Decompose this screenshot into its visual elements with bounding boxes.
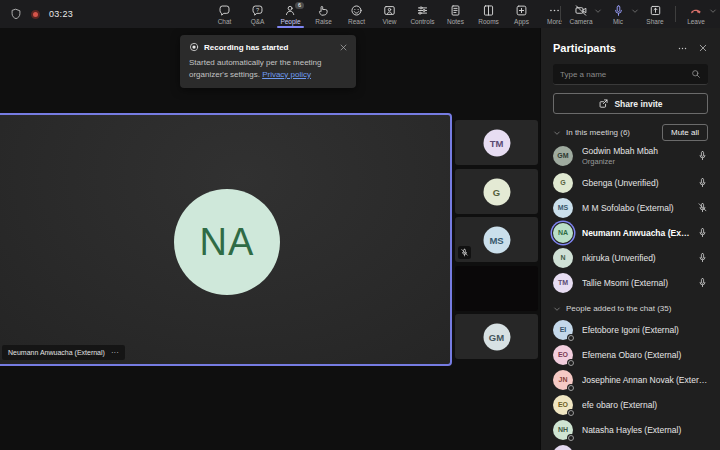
share-invite-button[interactable]: Share invite [553, 93, 708, 114]
participant-row[interactable]: MSM M Sofolabo (External) [553, 195, 708, 220]
svg-text:?: ? [256, 6, 259, 12]
participant-row[interactable]: TMTallie Msomi (External) [553, 270, 708, 295]
mic-icon[interactable] [697, 177, 708, 188]
toolbar-button-chat[interactable]: Chat [208, 0, 241, 28]
participant-name-block: Efemena Obaro (External) [582, 350, 708, 360]
tile-more-icon[interactable]: ··· [111, 350, 119, 356]
banner-title: Recording has started [204, 43, 288, 52]
video-tile-tm[interactable]: TM [455, 120, 538, 165]
participant-row[interactable]: GGbenga (Unverified) [553, 170, 708, 195]
panel-more-icon[interactable] [677, 43, 688, 54]
chevron-down-icon[interactable] [553, 305, 561, 313]
share-invite-icon [598, 98, 609, 109]
participant-avatar: EO [553, 395, 573, 415]
video-tile-g[interactable]: G [455, 169, 538, 214]
participant-avatar: NH [553, 420, 573, 440]
mic-off-icon[interactable] [697, 202, 708, 213]
notes-icon [449, 4, 462, 17]
tile-avatar: G [483, 178, 510, 205]
toolbar-tools: Chat? Q&A People6 Raise React View Contr… [208, 0, 571, 28]
meeting-toolbar: 03:23 Chat? Q&A People6 Raise React View… [0, 0, 720, 28]
toolbar-button-notes[interactable]: Notes [439, 0, 472, 28]
react-icon [350, 4, 363, 17]
toolbar-button-controls[interactable]: Controls [406, 0, 439, 28]
chevron-down-icon[interactable] [553, 129, 561, 137]
privacy-policy-link[interactable]: Privacy policy [262, 70, 311, 79]
shield-icon [10, 8, 22, 20]
leave-chevron-down-icon[interactable] [709, 7, 717, 15]
participant-name-block: Efetobore Igoni (External) [582, 325, 708, 335]
toolbar-button-view[interactable]: View [373, 0, 406, 28]
toolbar-button-mic[interactable]: Mic [603, 0, 633, 28]
video-tile-camera-on[interactable] [455, 266, 538, 311]
toolbar-button-raise[interactable]: Raise [307, 0, 340, 28]
video-tile-gm[interactable]: GM [455, 314, 538, 359]
participant-row[interactable]: TTThe Menopause Table (External) [553, 442, 708, 450]
participant-name: nkiruka (Unverified) [582, 253, 691, 263]
participant-row[interactable]: EIEfetobore Igoni (External) [553, 317, 708, 342]
toolbar-label: Notes [447, 18, 464, 25]
toolbar-button-react[interactable]: React [340, 0, 373, 28]
participant-row[interactable]: NHNatasha Hayles (External) [553, 417, 708, 442]
toolbar-button-rooms[interactable]: Rooms [472, 0, 505, 28]
participant-avatar: TT [553, 445, 573, 450]
toolbar-button-camera[interactable]: Camera [566, 0, 596, 28]
participant-name-block: Natasha Hayles (External) [582, 425, 708, 435]
participant-avatar: EI [553, 320, 573, 340]
mic-icon[interactable] [697, 277, 708, 288]
participant-row[interactable]: Nnkiruka (Unverified) [553, 245, 708, 270]
toolbar-av-controls: Camera Mic Share Leave [555, 0, 718, 28]
leave-icon [689, 4, 703, 17]
participant-role: Organizer [582, 157, 691, 166]
toolbar-label: Apps [514, 18, 529, 25]
search-icon [691, 69, 701, 79]
presence-offline-icon [567, 334, 575, 342]
participant-name-block: efe obaro (External) [582, 400, 708, 410]
participant-name-label: Neumann Anwuacha (External) [8, 349, 105, 356]
participant-avatar: N [553, 248, 573, 268]
meeting-participant-list: GMGodwin Mbah MbahOrganizerGGbenga (Unve… [553, 141, 708, 295]
participant-name: Godwin Mbah Mbah [582, 146, 691, 156]
qa-icon: ? [251, 4, 264, 17]
toolbar-button-qa[interactable]: ? Q&A [241, 0, 274, 28]
participant-row[interactable]: NANeumann Anwuacha (External) [553, 220, 708, 245]
participant-name-block: M M Sofolabo (External) [582, 203, 691, 213]
participant-row[interactable]: EOefe obaro (External) [553, 392, 708, 417]
presence-offline-icon [567, 384, 575, 392]
main-avatar: NA [174, 189, 280, 295]
participant-row[interactable]: GMGodwin Mbah MbahOrganizer [553, 141, 708, 170]
participant-name: Tallie Msomi (External) [582, 278, 691, 288]
apps-icon [515, 4, 528, 17]
participant-avatar: MS [553, 198, 573, 218]
main-video-tile[interactable]: NA Neumann Anwuacha (External) ··· [0, 113, 452, 366]
mic-icon[interactable] [697, 150, 708, 161]
toolbar-label: Chat [218, 18, 232, 25]
toolbar-button-apps[interactable]: Apps [505, 0, 538, 28]
participant-avatar: JN [553, 370, 573, 390]
mic-icon[interactable] [697, 227, 708, 238]
mic-chevron-down-icon[interactable] [631, 7, 639, 15]
video-tile-ms[interactable]: MS [455, 217, 538, 262]
search-input[interactable] [560, 70, 691, 79]
mic-icon[interactable] [697, 252, 708, 263]
participant-row[interactable]: EOEfemena Obaro (External) [553, 342, 708, 367]
toolbar-label: Rooms [478, 18, 499, 25]
toolbar-button-people[interactable]: People6 [274, 0, 307, 28]
toolbar-button-leave[interactable]: Leave [681, 0, 711, 28]
participant-row[interactable]: JNJosephine Annan Novak (External) [553, 367, 708, 392]
mic-icon [612, 4, 625, 17]
mute-all-button[interactable]: Mute all [662, 124, 708, 141]
tile-avatar: TM [483, 129, 510, 156]
tile-avatar: GM [483, 323, 510, 350]
participant-search[interactable] [553, 64, 708, 85]
presence-offline-icon [567, 434, 575, 442]
toolbar-button-share[interactable]: Share [640, 0, 670, 28]
camera-chevron-down-icon[interactable] [594, 7, 602, 15]
camera-off-icon [574, 4, 588, 17]
chat-people-list: EIEfetobore Igoni (External)EOEfemena Ob… [553, 317, 708, 450]
meeting-timer: 03:23 [49, 9, 73, 19]
banner-close-icon[interactable] [339, 43, 348, 52]
toolbar-label: People [280, 18, 300, 25]
raise-icon [317, 4, 330, 17]
panel-close-icon[interactable] [698, 43, 708, 53]
